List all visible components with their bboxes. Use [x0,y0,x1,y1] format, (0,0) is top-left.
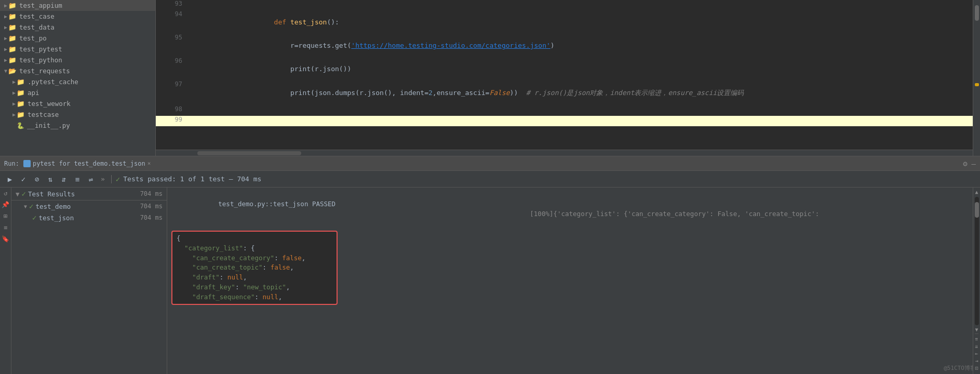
sidebar-item-label: test_data [19,23,55,31]
sidebar-item-test_requests[interactable]: ▼ 📂 test_requests [0,65,155,76]
line-number: 99 [156,116,189,126]
sidebar-item-api[interactable]: ▶ 📁 api [0,87,155,98]
history-icon[interactable]: ↺ [4,190,7,197]
settings-icon[interactable]: ⚙ [963,159,967,168]
code-content[interactable]: 93 94 def test_json(): 95 [156,0,973,150]
collapse-arrow: ▶ [4,57,7,63]
sidebar-item-test_case[interactable]: ▶ 📁 test_case [0,11,155,22]
output-content[interactable]: test_demo.py::test_json PASSED [100%]{'c… [167,188,980,374]
output-scrollbar[interactable]: ▲ ▼ ⇈ ⇊ ⇤ ⇥ ⊡ [973,188,980,374]
json-line-1: { [177,234,332,244]
sidebar-item-label: .pytest_cache [28,78,78,86]
folder-icon: 📁 [17,78,25,86]
keyword-def: def [274,18,286,26]
check-button[interactable]: ✓ [18,173,29,185]
code-table: 93 94 def test_json(): 95 [156,0,973,126]
list-icon[interactable]: ≡ [4,224,7,231]
line-content: print(json.dumps(r.json(), indent=2,ensu… [189,81,973,105]
collapse-arrow: ▼ [4,68,7,74]
line-number: 96 [156,57,189,81]
code-line-95: 95 r=requests.get('https://home.testing-… [156,34,973,57]
rerun-button[interactable]: ⇅ [45,173,56,185]
watermark-text: @51CTO博客 [944,364,976,372]
run-tab[interactable]: pytest for test_demo.test_json × [23,160,151,167]
check-icon: ✓ [116,175,120,183]
scroll-thumb-horizontal [197,151,301,155]
sidebar-item-test_appium[interactable]: ▶ 📁 test_appium [0,0,155,11]
test-results-header: ▼ ✓ Test Results 704 ms [11,188,167,201]
url-link[interactable]: 'https://home.testing-studio.com/categor… [351,42,551,49]
folder-icon: 📁 [8,2,17,9]
folder-icon: 📁 [17,111,25,118]
bookmark-icon[interactable]: 🔖 [2,235,9,243]
python-file-icon: 🐍 [17,122,24,129]
scroll-action-5[interactable]: ⊡ [975,365,978,371]
scroll-up-arrow[interactable]: ▲ [975,189,978,196]
sidebar-item-testcase[interactable]: ▶ 📁 testcase [0,109,155,120]
horizontal-scrollbar[interactable] [156,150,973,156]
minimize-button[interactable]: — [972,159,976,168]
scroll-action-2[interactable]: ⇊ [975,343,978,349]
json-line-2: "category_list": { [177,244,332,253]
sidebar-item-test_wework[interactable]: ▶ 📁 test_wework [0,98,155,109]
sidebar-item-label: test_wework [28,100,71,108]
expand-arrow: ▼ [24,204,27,209]
collapse-arrow: ▶ [12,79,16,85]
sidebar-item-label: test_case [19,12,55,20]
sidebar-item-test_po[interactable]: ▶ 📁 test_po [0,33,155,44]
stop-button[interactable]: ⊘ [31,173,43,185]
rerun-failed-button[interactable]: ⇵ [58,173,70,185]
sidebar-item-label: test_po [19,34,47,42]
collapse-arrow: ▶ [12,90,16,96]
sidebar-item-pytest_cache[interactable]: ▶ 📁 .pytest_cache [0,76,155,87]
pass-icon: ✓ [32,213,36,222]
file-tree-sidebar: ▶ 📁 test_appium ▶ 📁 test_case ▶ 📁 test_d… [0,0,156,156]
result-test_demo[interactable]: ▼ ✓ test_demo 704 ms [11,201,167,212]
result-time: 704 ms [140,214,163,221]
folder-icon: 📁 [8,12,17,20]
folder-icon: 📁 [8,56,17,64]
output-passed-line: test_demo.py::test_json PASSED [100%]{'c… [171,190,976,229]
line-content [189,0,973,10]
sidebar-item-init_py[interactable]: ▶ 🐍 __init__.py [0,120,155,131]
sidebar-item-test_python[interactable]: ▶ 📁 test_python [0,55,155,65]
scroll-indicator-yellow [975,83,979,86]
bottom-panel: Run: pytest for test_demo.test_json × ⚙ … [0,156,980,374]
code-line-99: 99 [156,116,973,126]
pin-icon[interactable]: 📌 [2,201,9,208]
close-tab-button[interactable]: × [147,160,151,167]
sidebar-item-label: test_pytest [19,45,62,53]
scroll-action-3[interactable]: ⇤ [975,351,978,356]
collapse-arrow: ▶ [4,24,7,30]
sort-button[interactable]: ≡ [72,173,83,185]
collapse-arrow: ▶ [12,101,16,106]
grid-icon[interactable]: ⊞ [4,212,7,220]
json-line-3: "can_create_category": false, [177,253,332,263]
result-test_json[interactable]: ✓ test_json 704 ms [11,212,167,223]
vertical-scrollbar[interactable] [973,0,980,156]
collapse-arrow: ▼ [16,190,20,198]
result-label: test_demo [35,203,71,210]
scroll-thumb [975,5,979,21]
pass-icon: ✓ [29,202,33,210]
code-line-96: 96 print(r.json()) [156,57,973,81]
result-label: test_json [38,214,74,222]
folder-icon: 📁 [8,34,17,42]
run-bar: Run: pytest for test_demo.test_json × ⚙ … [0,156,980,171]
more-button[interactable]: » [101,175,105,183]
scroll-action-4[interactable]: ⇥ [975,358,978,364]
sidebar-item-label: test_requests [19,67,70,75]
sidebar-item-test_pytest[interactable]: ▶ 📁 test_pytest [0,44,155,55]
sidebar-item-label: testcase [28,111,59,118]
top-section: ▶ 📁 test_appium ▶ 📁 test_case ▶ 📁 test_d… [0,0,980,156]
collapse-arrow: ▶ [4,3,7,8]
collapse-arrow: ▶ [12,112,16,117]
run-button[interactable]: ▶ [4,173,16,185]
scroll-action-1[interactable]: ⇈ [975,336,978,342]
scroll-track [975,197,979,325]
line-number: 97 [156,81,189,105]
filter-button[interactable]: ⇌ [85,173,97,185]
sidebar-item-test_data[interactable]: ▶ 📁 test_data [0,22,155,33]
json-line-5: "draft": null, [177,273,332,283]
scroll-down-arrow[interactable]: ▼ [975,326,978,333]
